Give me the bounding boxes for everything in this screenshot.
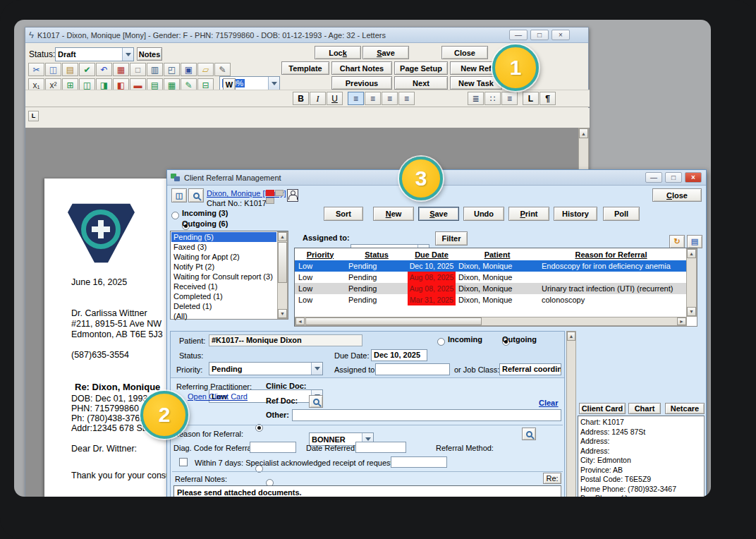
tab-client-card[interactable]: Client Card [579, 403, 626, 414]
print-preview-icon[interactable]: ◰ [164, 63, 180, 76]
clinic-doc-label[interactable]: Clinic Doc: [266, 382, 306, 390]
diag-code-field[interactable] [250, 442, 296, 453]
col-header-reason[interactable]: Reason for Referral [539, 249, 683, 260]
print-tray-icon[interactable]: ▤ [687, 235, 702, 248]
list-item[interactable]: Waiting for Consult report (3) [171, 272, 276, 281]
minimize-icon[interactable]: — [509, 30, 528, 40]
other-label[interactable]: Other: [266, 411, 289, 419]
scroll-up-icon[interactable]: ▲ [687, 249, 696, 258]
outline-list-icon[interactable]: ≡ [501, 92, 518, 105]
list-item[interactable]: Received (1) [171, 281, 276, 291]
form-outgoing-label[interactable]: Outgoing [502, 335, 537, 344]
date-referred-field[interactable] [355, 442, 406, 453]
form-assigned-field[interactable] [375, 363, 450, 375]
close-button[interactable]: Close [441, 46, 488, 59]
list-item[interactable]: Pending (5) [171, 232, 276, 242]
list-item[interactable]: (All) [171, 311, 276, 321]
undo-icon[interactable]: ↶ [96, 63, 112, 76]
save-icon[interactable]: ▣ [181, 63, 197, 76]
scroll-thumb[interactable] [278, 242, 287, 283]
table-row[interactable]: Low Pending Mar 31, 2025 Dixon, Monique … [295, 294, 697, 305]
maximize-icon[interactable]: □ [665, 172, 682, 183]
job-class-field[interactable]: Referral coordinator [499, 363, 561, 375]
clear-link[interactable]: Clear [539, 399, 559, 407]
open-client-card-link[interactable]: Open Client Card [188, 392, 248, 401]
save-button[interactable]: Save [418, 207, 459, 221]
print-icon[interactable]: ▥ [147, 63, 163, 76]
filter-button[interactable]: Filter [435, 231, 468, 246]
bold-button[interactable]: B [293, 92, 309, 105]
incoming-radio-label[interactable]: Incoming (3) [182, 209, 228, 217]
save-button[interactable]: Save [362, 46, 409, 59]
col-header-patient[interactable]: Patient [456, 249, 539, 260]
outgoing-radio-label[interactable]: Outgoing (6) [182, 219, 228, 228]
referral-notes-textarea[interactable]: Please send attached documents. [173, 485, 561, 497]
scroll-down-icon[interactable]: ▼ [687, 307, 696, 316]
numbered-list-icon[interactable]: ≣ [468, 92, 484, 105]
previous-button[interactable]: Previous [331, 76, 392, 90]
table-hscrollbar[interactable]: ◄ ► [295, 317, 687, 326]
spellcheck-icon[interactable]: ✔ [79, 63, 95, 76]
scroll-up-icon[interactable]: ▲ [278, 232, 287, 241]
cut-icon[interactable]: ✂ [28, 63, 44, 76]
list-item[interactable]: Faxed (3) [171, 242, 276, 252]
notes-button[interactable]: Notes [137, 47, 162, 61]
print-button[interactable]: Print [508, 207, 549, 221]
list-item[interactable]: Waiting for Appt (2) [171, 252, 276, 262]
close-icon[interactable]: × [551, 30, 570, 40]
history-button[interactable]: History [554, 207, 597, 221]
template-button[interactable]: Template [281, 61, 329, 75]
align-justify-button[interactable]: ≡ [398, 92, 415, 105]
copy-icon[interactable]: ◫ [45, 63, 61, 76]
table-vscrollbar[interactable]: ▲ ▼ [686, 248, 697, 317]
tab-type-button[interactable]: L [523, 92, 539, 105]
col-header-due-date[interactable]: Due Date [408, 249, 456, 260]
new-button[interactable]: New [373, 207, 414, 221]
search-icon[interactable] [188, 188, 204, 202]
ack-checkbox-label[interactable]: Within 7 days: Specialist acknowledged r… [195, 459, 395, 467]
form-status-dropdown[interactable]: Pending [209, 362, 323, 375]
open-folder-icon[interactable]: ▱ [197, 63, 214, 76]
underline-button[interactable]: U [327, 92, 343, 105]
pilcrow-button[interactable]: ¶ [539, 92, 556, 105]
list-item[interactable]: Completed (1) [171, 291, 276, 301]
flag-red-icon[interactable] [266, 190, 274, 196]
maximize-icon[interactable]: □ [530, 30, 549, 40]
col-header-status[interactable]: Status [346, 249, 408, 260]
flag-gray2-icon[interactable] [266, 198, 274, 204]
due-date-field[interactable]: Dec 10, 2025 [371, 349, 427, 361]
scroll-left-icon[interactable]: ◄ [295, 317, 305, 325]
align-left-button[interactable]: ≡ [348, 92, 364, 105]
page-setup-button[interactable]: Page Setup [394, 61, 448, 75]
bullet-list-icon[interactable]: ∷ [484, 92, 501, 105]
scroll-up-icon[interactable]: ▲ [567, 332, 575, 341]
person-icon[interactable] [287, 189, 298, 202]
scroll-right-icon[interactable]: ► [677, 317, 686, 325]
new-document-icon[interactable]: □ [130, 63, 146, 76]
list-scrollbar[interactable]: ▲ ▼ [277, 231, 288, 319]
undo-button[interactable]: Undo [463, 207, 504, 221]
client-card-icon[interactable]: ◫ [171, 188, 187, 202]
align-right-button[interactable]: ≡ [365, 92, 381, 105]
minimize-icon[interactable]: — [645, 172, 662, 183]
signature-icon[interactable]: ✎ [214, 63, 231, 76]
ack-date-field[interactable] [391, 456, 447, 468]
close-icon[interactable]: × [685, 172, 702, 183]
form-incoming-label[interactable]: Incoming [448, 335, 482, 344]
italic-button[interactable]: I [310, 92, 326, 105]
paste-icon[interactable]: ▤ [62, 63, 78, 76]
refresh-icon[interactable]: ↻ [669, 235, 685, 248]
chart-notes-button[interactable]: Chart Notes [331, 61, 392, 75]
scroll-up-icon[interactable]: ▲ [579, 128, 588, 138]
patient-field[interactable]: #K1017-- Monique Dixon [209, 334, 362, 346]
status-filter-list[interactable]: Pending (5) Faxed (3) Waiting for Appt (… [170, 231, 288, 320]
list-item[interactable]: Notify Pt (2) [171, 262, 276, 272]
chevron-down-icon[interactable] [122, 48, 133, 61]
table-row[interactable]: Low Pending Aug 08, 2025 Dixon, Monique [295, 272, 697, 283]
chevron-down-icon[interactable] [311, 363, 322, 375]
tab-netcare[interactable]: Netcare [665, 403, 705, 414]
ref-doc-label[interactable]: Ref Doc: [266, 396, 298, 405]
scroll-down-icon[interactable]: ▼ [278, 309, 287, 318]
status-dropdown[interactable]: Draft [55, 47, 134, 61]
align-center-button[interactable]: ≡ [382, 92, 398, 105]
